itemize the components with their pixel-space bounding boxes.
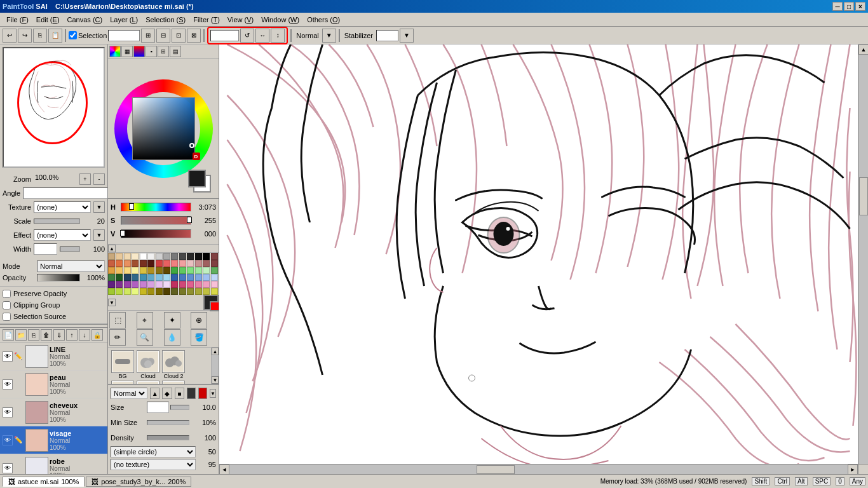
effect-browse[interactable]: ▼: [93, 229, 105, 241]
palette-cell[interactable]: [211, 260, 218, 267]
palette-cell[interactable]: [211, 281, 218, 288]
menu-filter[interactable]: Filter (T): [189, 15, 224, 25]
palette-cell[interactable]: [132, 260, 139, 267]
palette-cell[interactable]: [171, 260, 178, 267]
palette-cell[interactable]: [195, 281, 202, 288]
angle-flipv[interactable]: ↕: [271, 29, 285, 43]
zoom-input[interactable]: 100%: [108, 30, 140, 41]
layer-lock[interactable]: 🔒: [92, 329, 103, 341]
density-slider[interactable]: [147, 435, 189, 440]
texture-browse[interactable]: ▼: [93, 201, 105, 213]
palette-cell[interactable]: [163, 281, 170, 288]
stabilizer-expand[interactable]: ▼: [400, 29, 414, 43]
layer-eye[interactable]: 👁: [3, 463, 13, 473]
drawing-svg[interactable]: [219, 44, 858, 464]
palette-cell[interactable]: [171, 288, 178, 295]
menu-selection[interactable]: Selection (S): [142, 15, 189, 25]
layer-delete[interactable]: 🗑: [41, 329, 52, 341]
menu-file[interactable]: File (F): [3, 15, 32, 25]
minimize-btn[interactable]: ─: [832, 2, 843, 11]
palette-cell[interactable]: [108, 267, 115, 274]
palette-cell[interactable]: [163, 260, 170, 267]
palette-cell[interactable]: [132, 288, 139, 295]
palette-cell[interactable]: [116, 267, 123, 274]
vscroll-up[interactable]: ▲: [858, 44, 868, 55]
preserve-opacity-check[interactable]: [3, 290, 11, 298]
mode-expand[interactable]: ▼: [322, 29, 336, 43]
palette-cell[interactable]: [132, 267, 139, 274]
palette-cell[interactable]: [179, 288, 186, 295]
layer-item[interactable]: 👁 peau Normal 100%: [0, 370, 107, 398]
palette-cell[interactable]: [140, 281, 147, 288]
palette-cell[interactable]: [124, 274, 131, 281]
palette-cell[interactable]: [116, 281, 123, 288]
palette-cell[interactable]: [179, 267, 186, 274]
palette-cell[interactable]: [132, 274, 139, 281]
vscroll-track[interactable]: [858, 55, 868, 464]
layer-item[interactable]: 👁 ✏️ visage Normal 100%: [0, 426, 107, 454]
palette-cell[interactable]: [124, 253, 131, 260]
palette-cell[interactable]: [195, 274, 202, 281]
menu-window[interactable]: Window (W): [257, 15, 303, 25]
layer-eye[interactable]: 👁: [3, 379, 13, 390]
palette-cell[interactable]: [116, 260, 123, 267]
layer-item[interactable]: 👁 cheveux Normal 100%: [0, 398, 107, 426]
palette-cell[interactable]: [187, 267, 194, 274]
layer-copy[interactable]: ⎘: [28, 329, 39, 341]
layer-new-folder[interactable]: 📁: [15, 329, 27, 341]
palette-cell[interactable]: [203, 253, 210, 260]
color-mode-wheel[interactable]: [109, 46, 121, 57]
brush-preset-cloud[interactable]: Cloud: [136, 350, 160, 379]
black-swatch[interactable]: [203, 295, 219, 310]
palette-cell[interactable]: [163, 267, 170, 274]
preset-scroll-down[interactable]: ▼: [212, 376, 219, 384]
hscroll-thumb[interactable]: [477, 465, 515, 474]
palette-cell[interactable]: [140, 274, 147, 281]
palette-cell[interactable]: [195, 253, 202, 260]
layer-down[interactable]: ↓: [79, 329, 90, 341]
close-btn[interactable]: ×: [855, 2, 865, 11]
palette-cell[interactable]: [124, 281, 131, 288]
tool-brush[interactable]: ✏: [109, 329, 126, 346]
palette-cell[interactable]: [147, 260, 154, 267]
brush-settings-scroll[interactable]: ▼: [210, 389, 216, 398]
palette-cell[interactable]: [147, 288, 154, 295]
preset-scroll-up[interactable]: ▲: [212, 348, 219, 355]
palette-cell[interactable]: [116, 288, 123, 295]
clipping-group-check[interactable]: [3, 301, 11, 309]
hscroll-right[interactable]: ►: [848, 464, 858, 474]
layer-eye[interactable]: 👁: [3, 407, 13, 417]
width-field[interactable]: 1: [34, 243, 57, 255]
minsize-slider[interactable]: [147, 420, 189, 425]
palette-cell[interactable]: [211, 253, 218, 260]
h-slider[interactable]: [121, 203, 191, 212]
layer-item[interactable]: 👁 ✏️ LINE Normal 100%: [0, 342, 107, 370]
v-slider[interactable]: [121, 229, 191, 238]
zoom-up[interactable]: +: [79, 173, 91, 185]
tool-fill[interactable]: 🪣: [191, 329, 207, 346]
zoom-page[interactable]: ⊡: [172, 29, 186, 43]
brush-shape-1[interactable]: ▲: [150, 388, 159, 399]
status-tab-1[interactable]: 🖼 astuce mi.sai 100%: [3, 477, 85, 487]
brush-preset-cloud4[interactable]: Cloud 4: [111, 381, 135, 384]
palette-cell[interactable]: [156, 267, 163, 274]
palette-cell[interactable]: [124, 267, 131, 274]
palette-cell[interactable]: [187, 260, 194, 267]
palette-cell[interactable]: [132, 281, 139, 288]
palette-scroll-up[interactable]: ▲: [108, 245, 116, 252]
palette-cell[interactable]: [147, 253, 154, 260]
menu-view[interactable]: View (V): [224, 15, 257, 25]
palette-cell[interactable]: [195, 267, 202, 274]
palette-cell[interactable]: [195, 260, 202, 267]
layer-eye[interactable]: 👁: [3, 435, 13, 445]
scale-slider[interactable]: [34, 219, 80, 224]
palette-cell[interactable]: [156, 274, 163, 281]
layer-new[interactable]: 📄: [3, 329, 14, 341]
palette-cell[interactable]: [108, 288, 115, 295]
effect-select[interactable]: (none): [34, 229, 91, 241]
mode-select[interactable]: Normal: [37, 261, 105, 272]
brush-preset-bg[interactable]: BG: [111, 350, 135, 379]
palette-cell[interactable]: [140, 288, 147, 295]
color-mode-hsv[interactable]: [133, 46, 145, 57]
palette-cell[interactable]: [203, 274, 210, 281]
